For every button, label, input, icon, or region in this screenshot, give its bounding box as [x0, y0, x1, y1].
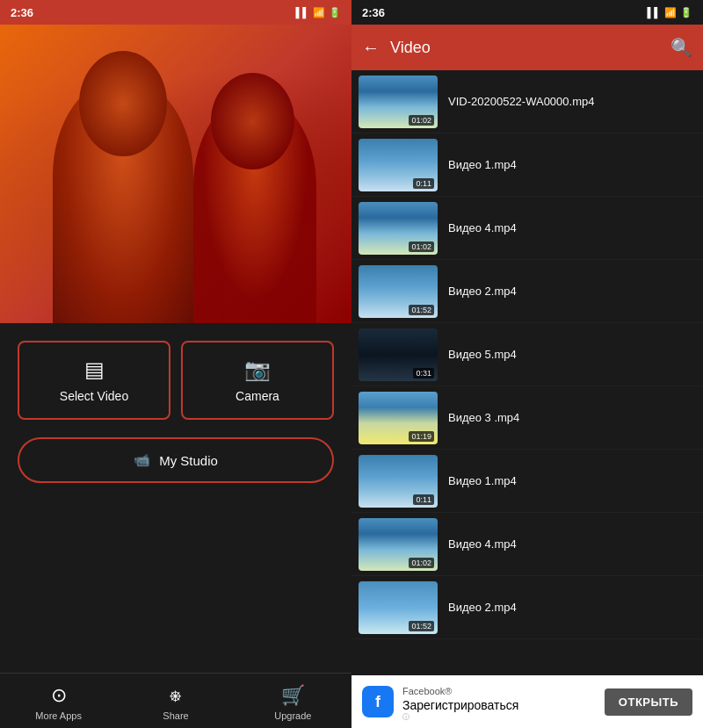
battery-icon-right: 🔋: [680, 7, 692, 18]
video-name: Видео 2.mp4: [448, 285, 517, 298]
video-duration: 01:52: [409, 621, 434, 631]
video-duration: 0:31: [413, 368, 434, 378]
battery-icon: 🔋: [329, 7, 341, 18]
video-name: Видео 4.mp4: [448, 537, 517, 551]
hero-image: [0, 25, 352, 323]
video-list-item[interactable]: 01:02 Видео 4.mp4: [352, 513, 703, 576]
select-video-label: Select Video: [60, 389, 128, 403]
status-icons-right: ▌▌ 📶 🔋: [647, 7, 692, 18]
upgrade-label: Upgrade: [274, 710, 311, 721]
camera-icon: 📷: [244, 357, 271, 382]
mystudio-icon: 📹: [134, 452, 150, 468]
upgrade-icon: 🛒: [281, 684, 305, 707]
video-duration: 01:02: [409, 558, 434, 568]
nav-more-apps[interactable]: ⊙ More Apps: [0, 684, 117, 721]
video-name: Видео 2.mp4: [448, 601, 517, 614]
nav-upgrade[interactable]: 🛒 Upgrade: [235, 684, 352, 721]
person2-silhouette: [193, 95, 316, 323]
wifi-icon: 📶: [313, 7, 325, 18]
left-panel: 2:36 ▌▌ 📶 🔋 ▤ Select Video 📷 Camera 📹 My…: [0, 0, 352, 728]
facebook-logo: f: [362, 686, 394, 717]
status-bar-right: 2:36 ▌▌ 📶 🔋: [352, 0, 703, 25]
silhouette-container: [0, 25, 352, 323]
ad-brand: Facebook®: [402, 686, 452, 696]
video-name: Видео 5.mp4: [448, 348, 517, 361]
video-thumbnail: 01:52: [359, 581, 438, 634]
status-icons-left: ▌▌ 📶 🔋: [295, 7, 341, 18]
more-apps-icon: ⊙: [51, 684, 67, 707]
video-list-item[interactable]: 01:02 Видео 4.mp4: [352, 197, 703, 260]
search-icon[interactable]: 🔍: [670, 37, 692, 58]
signal-icon-right: ▌▌: [647, 7, 661, 18]
my-studio-button[interactable]: 📹 My Studio: [18, 437, 334, 483]
time-left: 2:36: [11, 6, 33, 19]
video-duration: 01:02: [409, 241, 434, 252]
ad-banner: f Facebook® Зарегистрироваться ⓘ ОТКРЫТЬ: [352, 675, 703, 728]
mystudio-label: My Studio: [159, 453, 218, 468]
time-right: 2:36: [362, 6, 385, 19]
video-duration: 0:11: [413, 494, 434, 505]
signal-icon: ▌▌: [295, 7, 309, 18]
ad-text: Зарегистрироваться: [402, 698, 596, 712]
video-list-item[interactable]: 0:11 Видео 1.mp4: [352, 450, 703, 513]
select-video-button[interactable]: ▤ Select Video: [18, 341, 170, 420]
action-buttons: ▤ Select Video 📷 Camera: [0, 323, 352, 430]
video-thumbnail: 0:31: [359, 328, 438, 381]
share-icon: ⎈: [170, 684, 181, 707]
share-label: Share: [163, 710, 188, 721]
video-name: Видео 3 .mp4: [448, 411, 519, 424]
select-video-icon: ▤: [84, 357, 105, 382]
video-list-item[interactable]: 01:02 VID-20200522-WA0000.mp4: [352, 70, 703, 133]
video-thumbnail: 01:02: [359, 76, 438, 128]
ad-info: ⓘ: [402, 712, 596, 722]
page-title: Video: [390, 39, 660, 57]
video-thumbnail: 01:02: [359, 202, 438, 255]
video-name: VID-20200522-WA0000.mp4: [448, 95, 594, 108]
video-list-item[interactable]: 0:31 Видео 5.mp4: [352, 323, 703, 386]
nav-share[interactable]: ⎈ Share: [117, 684, 234, 721]
right-panel: 2:36 ▌▌ 📶 🔋 ← Video 🔍 01:02 VID-20200522…: [352, 0, 703, 728]
more-apps-label: More Apps: [35, 710, 82, 721]
camera-button[interactable]: 📷 Camera: [181, 341, 334, 420]
video-name: Видео 1.mp4: [448, 158, 517, 171]
video-name: Видео 4.mp4: [448, 221, 517, 234]
video-list-item[interactable]: 01:52 Видео 2.mp4: [352, 260, 703, 323]
person1-silhouette: [53, 77, 193, 323]
video-list-item[interactable]: 01:19 Видео 3 .mp4: [352, 386, 703, 450]
bottom-nav: ⊙ More Apps ⎈ Share 🛒 Upgrade: [0, 673, 352, 728]
top-bar: ← Video 🔍: [352, 25, 703, 70]
video-duration: 01:02: [409, 115, 434, 126]
wifi-icon-right: 📶: [664, 7, 677, 18]
video-thumbnail: 0:11: [359, 455, 438, 508]
video-list-item[interactable]: 0:11 Видео 1.mp4: [352, 133, 703, 197]
video-name: Видео 1.mp4: [448, 474, 517, 487]
ad-open-button[interactable]: ОТКРЫТЬ: [605, 688, 692, 716]
video-duration: 01:52: [409, 305, 434, 315]
video-thumbnail: 0:11: [359, 139, 438, 191]
status-bar-left: 2:36 ▌▌ 📶 🔋: [0, 0, 352, 25]
video-list-item[interactable]: 01:52 Видео 2.mp4: [352, 576, 703, 639]
camera-label: Camera: [236, 389, 279, 403]
ad-content: Facebook® Зарегистрироваться ⓘ: [402, 682, 596, 722]
video-thumbnail: 01:02: [359, 518, 438, 571]
video-thumbnail: 01:52: [359, 265, 438, 318]
video-thumbnail: 01:19: [359, 392, 438, 444]
video-duration: 0:11: [413, 178, 434, 189]
back-button[interactable]: ←: [362, 38, 380, 58]
video-duration: 01:19: [409, 431, 434, 442]
video-list: 01:02 VID-20200522-WA0000.mp4 0:11 Видео…: [352, 70, 703, 675]
